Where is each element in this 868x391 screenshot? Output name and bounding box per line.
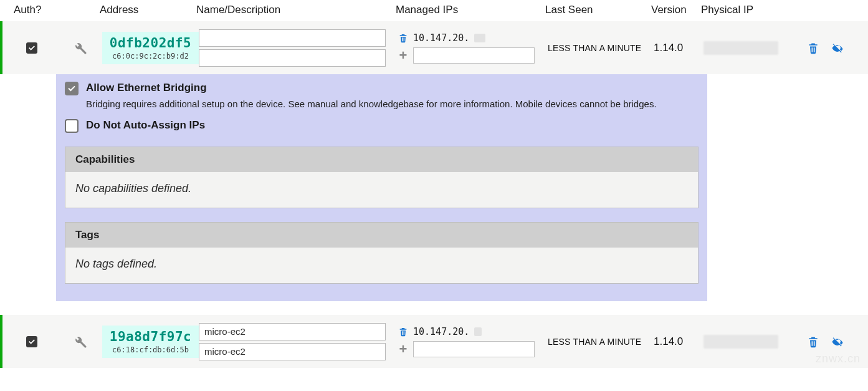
tags-empty: No tags defined. bbox=[65, 248, 698, 283]
auth-checkbox[interactable] bbox=[26, 42, 37, 54]
physical-ip-hidden bbox=[703, 41, 778, 55]
last-seen: LESS THAN A MINUTE bbox=[548, 337, 641, 347]
name-input[interactable] bbox=[199, 29, 386, 47]
member-row: 19a8d7f97c c6:18:cf:db:6d:5b 10.147.20. … bbox=[0, 315, 868, 368]
wrench-icon[interactable] bbox=[74, 41, 87, 55]
delete-member-icon[interactable] bbox=[807, 41, 819, 55]
col-address: Address bbox=[100, 4, 196, 16]
node-id: 19a8d7f97c bbox=[107, 329, 194, 344]
allow-bridging-help: Bridging requires additional setup on th… bbox=[86, 98, 699, 110]
watermark: znwx.cn bbox=[816, 352, 861, 365]
capabilities-card: Capabilities No capabilities defined. bbox=[65, 147, 699, 208]
node-id: 0dfb202df5 bbox=[107, 36, 194, 51]
no-auto-assign-checkbox[interactable] bbox=[65, 119, 79, 133]
description-input[interactable] bbox=[199, 49, 386, 67]
ip-masked bbox=[474, 34, 485, 42]
plus-icon[interactable]: + bbox=[398, 342, 408, 356]
trash-icon[interactable] bbox=[398, 32, 408, 44]
col-name: Name/Description bbox=[196, 4, 396, 16]
version: 1.14.0 bbox=[654, 335, 683, 347]
description-input[interactable] bbox=[199, 343, 386, 360]
physical-ip-hidden bbox=[703, 335, 778, 349]
trash-icon[interactable] bbox=[398, 326, 408, 337]
address-badge[interactable]: 19a8d7f97c c6:18:cf:db:6d:5b bbox=[102, 326, 199, 358]
hide-icon[interactable] bbox=[831, 336, 844, 347]
col-auth: Auth? bbox=[0, 4, 56, 16]
node-mac: c6:18:cf:db:6d:5b bbox=[107, 345, 194, 354]
node-mac: c6:0c:9c:2c:b9:d2 bbox=[107, 52, 194, 60]
tags-card: Tags No tags defined. bbox=[65, 222, 699, 284]
hide-icon[interactable] bbox=[831, 42, 844, 54]
allow-bridging-label: Allow Ethernet Bridging bbox=[86, 82, 207, 94]
delete-member-icon[interactable] bbox=[807, 335, 819, 349]
add-ip-input[interactable] bbox=[413, 47, 535, 64]
wrench-icon[interactable] bbox=[74, 335, 87, 349]
capabilities-empty: No capabilities defined. bbox=[65, 172, 698, 208]
managed-ip: 10.147.20. bbox=[413, 32, 469, 44]
col-physical: Physical IP bbox=[701, 4, 801, 16]
table-header: Auth? Address Name/Description Managed I… bbox=[0, 0, 868, 21]
managed-ip: 10.147.20. bbox=[413, 326, 469, 337]
col-version: Version bbox=[651, 4, 701, 16]
version: 1.14.0 bbox=[654, 42, 683, 54]
name-input[interactable] bbox=[199, 323, 386, 340]
member-row: 0dfb202df5 c6:0c:9c:2c:b9:d2 10.147.20. … bbox=[0, 21, 868, 74]
col-ips: Managed IPs bbox=[396, 4, 545, 16]
ip-masked bbox=[474, 327, 482, 336]
member-settings-panel: Allow Ethernet Bridging Bridging require… bbox=[56, 74, 707, 301]
last-seen: LESS THAN A MINUTE bbox=[548, 43, 641, 53]
plus-icon[interactable]: + bbox=[398, 49, 408, 62]
allow-bridging-checkbox[interactable] bbox=[65, 82, 79, 95]
add-ip-input[interactable] bbox=[413, 341, 535, 357]
tags-title: Tags bbox=[65, 223, 698, 248]
no-auto-assign-label: Do Not Auto-Assign IPs bbox=[86, 119, 205, 132]
auth-checkbox[interactable] bbox=[26, 336, 37, 347]
capabilities-title: Capabilities bbox=[65, 147, 698, 172]
address-badge[interactable]: 0dfb202df5 c6:0c:9c:2c:b9:d2 bbox=[102, 32, 199, 64]
col-seen: Last Seen bbox=[545, 4, 651, 16]
